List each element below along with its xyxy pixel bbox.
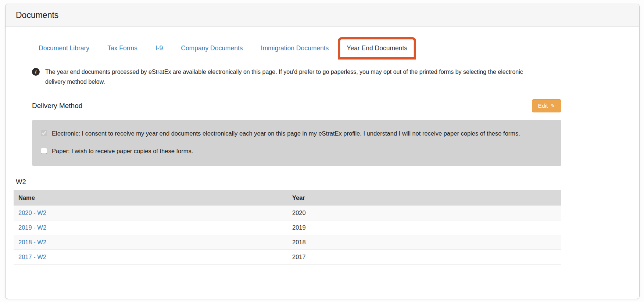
tab-bar: Document Library Tax Forms I-9 Company D… bbox=[14, 39, 561, 57]
card-body: Document Library Tax Forms I-9 Company D… bbox=[6, 39, 639, 265]
table-header-row: Name Year bbox=[14, 190, 561, 206]
column-header-year: Year bbox=[287, 190, 561, 206]
paper-option: Paper: I wish to receive paper copies of… bbox=[41, 146, 551, 156]
electronic-option: Electronic: I consent to receive my year… bbox=[41, 129, 551, 138]
year-cell: 2020 bbox=[287, 206, 561, 220]
paper-checkbox[interactable] bbox=[41, 148, 47, 154]
paper-option-label: Paper: I wish to receive paper copies of… bbox=[52, 146, 193, 156]
doc-link-2018-w2[interactable]: 2018 - W2 bbox=[18, 239, 46, 245]
year-cell: 2019 bbox=[287, 220, 561, 235]
w2-table: Name Year 2020 - W2 2020 2019 - W2 2019 … bbox=[14, 190, 561, 265]
doc-link-2017-w2[interactable]: 2017 - W2 bbox=[18, 254, 46, 260]
doc-link-2020-w2[interactable]: 2020 - W2 bbox=[18, 209, 46, 216]
page-title: Documents bbox=[16, 10, 629, 20]
year-end-documents-pane: i The year end documents processed by eS… bbox=[14, 57, 561, 166]
info-banner-text: The year end documents processed by eStr… bbox=[45, 67, 534, 87]
delivery-method-row: Delivery Method Edit ✎ bbox=[32, 99, 561, 112]
info-icon: i bbox=[32, 68, 40, 76]
tab-year-end-documents[interactable]: Year End Documents bbox=[340, 39, 414, 57]
edit-button-label: Edit bbox=[538, 103, 548, 109]
delivery-method-heading: Delivery Method bbox=[32, 102, 82, 110]
table-row: 2019 - W2 2019 bbox=[14, 220, 561, 235]
electronic-checkbox[interactable] bbox=[41, 130, 47, 136]
column-header-name: Name bbox=[14, 190, 287, 206]
table-row: 2018 - W2 2018 bbox=[14, 235, 561, 250]
tab-immigration-documents[interactable]: Immigration Documents bbox=[254, 39, 336, 57]
edit-button[interactable]: Edit ✎ bbox=[532, 99, 561, 112]
doc-link-2019-w2[interactable]: 2019 - W2 bbox=[18, 224, 46, 231]
year-cell: 2017 bbox=[287, 250, 561, 265]
tab-company-documents[interactable]: Company Documents bbox=[174, 39, 249, 57]
w2-section: W2 Name Year 2020 - W2 2020 2019 - W2 bbox=[14, 178, 561, 265]
delivery-options-panel: Electronic: I consent to receive my year… bbox=[32, 120, 561, 166]
year-cell: 2018 bbox=[287, 235, 561, 250]
pencil-icon: ✎ bbox=[551, 103, 555, 109]
table-row: 2017 - W2 2017 bbox=[14, 250, 561, 265]
documents-card: Documents Document Library Tax Forms I-9… bbox=[5, 4, 640, 299]
electronic-option-label: Electronic: I consent to receive my year… bbox=[52, 129, 520, 138]
card-header: Documents bbox=[6, 4, 639, 27]
w2-heading: W2 bbox=[16, 178, 561, 186]
table-row: 2020 - W2 2020 bbox=[14, 206, 561, 220]
info-banner: i The year end documents processed by eS… bbox=[32, 67, 561, 87]
tab-tax-forms[interactable]: Tax Forms bbox=[101, 39, 144, 57]
tab-i9[interactable]: I-9 bbox=[149, 39, 169, 57]
tab-document-library[interactable]: Document Library bbox=[32, 39, 96, 57]
